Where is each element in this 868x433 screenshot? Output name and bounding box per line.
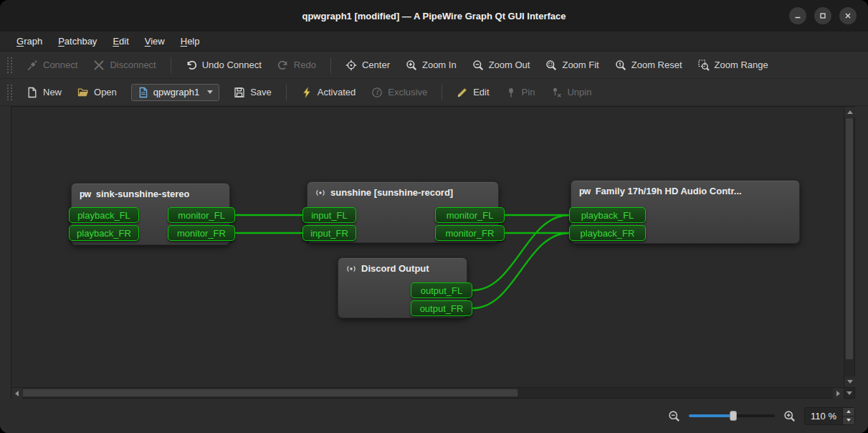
menu-graph[interactable]: Graph <box>9 32 50 51</box>
edit-patchbay-button[interactable]: Edit <box>449 83 496 102</box>
zoom-slider-handle[interactable] <box>730 411 737 421</box>
arrow-up-icon <box>846 410 851 413</box>
zoom-out-icon <box>472 60 484 71</box>
zoom-out-icon[interactable] <box>668 410 680 422</box>
patchbay-file-icon <box>138 87 149 98</box>
unpin-icon <box>550 87 562 98</box>
zoom-decrease-button[interactable] <box>843 417 854 424</box>
pin-icon <box>505 87 517 98</box>
zoom-fit-button[interactable]: Zoom Fit <box>538 56 606 75</box>
scroll-left-button[interactable] <box>11 388 22 399</box>
toolbar-separator <box>330 57 331 73</box>
horizontal-scroll-thumb[interactable] <box>22 389 518 397</box>
save-patchbay-button[interactable]: Save <box>226 83 279 102</box>
center-icon <box>345 60 357 71</box>
vertical-scrollbar[interactable] <box>844 107 854 387</box>
menu-view[interactable]: View <box>137 32 173 51</box>
patchbay-select[interactable]: qpwgraph1 <box>131 84 219 101</box>
port-discord-output-fr[interactable]: output_FR <box>411 300 472 316</box>
monitor-source-icon <box>346 264 356 274</box>
port-sunshine-monitor-fl[interactable]: monitor_FL <box>435 207 505 223</box>
scrollbar-corner <box>844 388 854 398</box>
lightning-icon <box>301 87 313 98</box>
node-title: Family 17h/19h HD Audio Contr... <box>596 186 742 196</box>
port-family-playback-fl[interactable]: playback_FL <box>569 207 646 223</box>
pipewire-icon: pw <box>80 189 91 199</box>
unpin-button[interactable]: Unpin <box>543 83 598 102</box>
zoom-in-icon[interactable] <box>783 410 796 422</box>
disconnect-icon <box>93 60 105 71</box>
zoom-range-button[interactable]: Zoom Range <box>691 56 776 75</box>
zoom-out-button[interactable]: Zoom Out <box>465 56 538 75</box>
graph-canvas[interactable]: pw sink-sunshine-stereo sunshine [sunshi… <box>11 107 844 387</box>
zoom-slider-fill <box>689 414 733 417</box>
toolbar-separator <box>442 85 442 100</box>
zoom-spinner-buttons <box>842 408 854 424</box>
port-family-playback-fr[interactable]: playback_FR <box>569 225 646 241</box>
maximize-button[interactable] <box>814 7 831 24</box>
connection-discord-output-fr-to-family-playback-fr[interactable] <box>472 233 569 308</box>
undo-icon <box>186 60 197 71</box>
scroll-right-button[interactable] <box>833 388 844 399</box>
arrow-up-icon <box>847 110 853 114</box>
zoom-slider[interactable] <box>689 410 775 422</box>
toolbar-handle[interactable] <box>7 85 12 100</box>
close-button[interactable] <box>839 7 857 24</box>
zoom-increase-button[interactable] <box>843 408 854 417</box>
arrow-left-icon <box>15 391 19 396</box>
zoom-fit-icon <box>545 60 557 71</box>
save-icon <box>234 87 245 98</box>
vertical-scroll-thumb[interactable] <box>845 118 854 360</box>
horizontal-scrollbar[interactable] <box>11 388 844 398</box>
pipewire-icon: pw <box>579 186 591 196</box>
toolbar-patchbay: New Open qpwgraph1 Save Activated f Excl… <box>0 79 868 106</box>
undo-connect-button[interactable]: Undo Connect <box>178 56 269 75</box>
scroll-up-button[interactable] <box>844 107 855 118</box>
horizontal-scroll-track[interactable] <box>22 388 833 398</box>
app-window: qpwgraph1 [modified] — A PipeWire Graph … <box>0 0 868 433</box>
arrow-right-icon <box>836 391 840 396</box>
zoom-value[interactable]: 110 % <box>805 408 842 424</box>
open-folder-icon <box>77 87 89 98</box>
activated-toggle[interactable]: Activated <box>294 83 363 102</box>
connect-icon <box>27 60 38 71</box>
port-discord-output-fl[interactable]: output_FL <box>411 282 472 298</box>
scroll-down-button[interactable] <box>844 376 855 387</box>
zoom-range-icon <box>698 60 710 71</box>
menu-help[interactable]: Help <box>173 32 208 51</box>
port-sunshine-monitor-fr[interactable]: monitor_FR <box>435 225 505 241</box>
port-sink-playback-fl[interactable]: playback_FL <box>69 207 139 223</box>
node-title: sunshine [sunshine-record] <box>330 187 453 198</box>
pin-button[interactable]: Pin <box>498 83 543 102</box>
toolbar-graph: Connect Disconnect Undo Connect Redo Cen… <box>0 52 868 79</box>
menu-edit[interactable]: Edit <box>105 32 136 51</box>
new-patchbay-button[interactable]: New <box>19 83 69 102</box>
minimize-button[interactable] <box>789 7 806 24</box>
zoom-reset-button[interactable]: Zoom Reset <box>608 56 690 75</box>
minimize-icon <box>793 11 802 20</box>
toolbar-handle[interactable] <box>7 57 12 73</box>
center-button[interactable]: Center <box>338 56 397 75</box>
open-patchbay-button[interactable]: Open <box>70 83 124 102</box>
zoom-spinbox[interactable]: 110 % <box>804 407 855 425</box>
disconnect-button[interactable]: Disconnect <box>86 56 163 75</box>
connections-layer <box>11 107 844 387</box>
port-sink-playback-fr[interactable]: playback_FR <box>69 225 139 241</box>
chevron-down-icon <box>207 90 213 94</box>
port-sunshine-input-fr[interactable]: input_FR <box>302 225 356 241</box>
redo-icon <box>277 60 289 71</box>
menu-patchbay[interactable]: Patchbay <box>50 32 105 51</box>
port-sink-monitor-fr[interactable]: monitor_FR <box>168 225 235 241</box>
exclusive-toggle[interactable]: f Exclusive <box>364 83 434 102</box>
statusbar: 110 % <box>0 399 868 433</box>
connect-button[interactable]: Connect <box>19 56 85 75</box>
toolbar-separator <box>286 85 287 100</box>
port-sink-monitor-fl[interactable]: monitor_FL <box>168 207 235 223</box>
vertical-scroll-track[interactable] <box>844 118 854 376</box>
port-sunshine-input-fl[interactable]: input_FL <box>302 207 356 223</box>
arrow-down-icon <box>847 380 853 384</box>
menubar: Graph Patchbay Edit View Help <box>0 32 868 52</box>
redo-button[interactable]: Redo <box>270 56 323 75</box>
monitor-source-icon <box>315 188 325 198</box>
zoom-in-button[interactable]: Zoom In <box>399 56 464 75</box>
